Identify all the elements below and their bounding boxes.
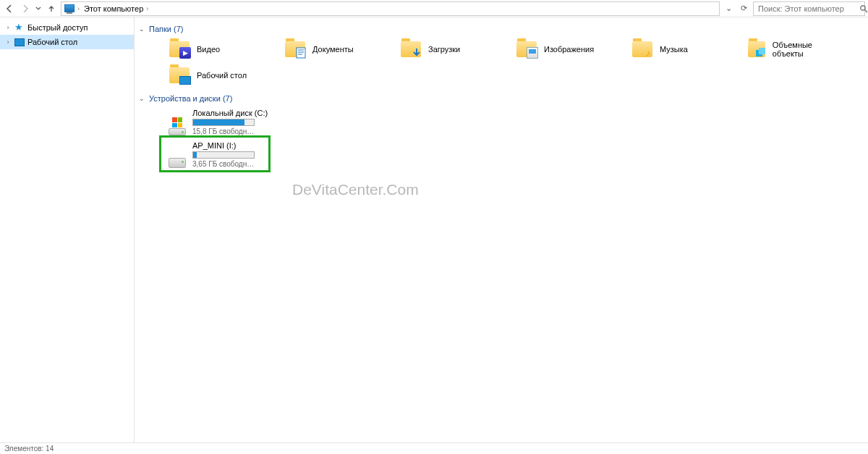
chevron-right-icon[interactable]: › [4, 38, 12, 46]
folder-icon: ♪ [632, 41, 652, 57]
section-header-drives[interactable]: ⌄ Устройства и диски (7) [139, 94, 862, 103]
drive-name: AP_MINI (I:) [192, 141, 271, 150]
folder-icon [748, 41, 765, 57]
folder-label: Видео [197, 45, 220, 54]
refresh-button[interactable]: ⟳ [737, 4, 750, 13]
folder-item-3d-objects[interactable]: Объемные объекты [719, 36, 835, 62]
forward-button[interactable] [19, 2, 32, 15]
address-bar: › Этот компьютер › ⌄ ⟳ [0, 0, 868, 17]
folder-icon [401, 41, 421, 57]
status-item-count: Элементов: 14 [4, 445, 54, 453]
section-title: Устройства и диски (7) [149, 94, 232, 103]
navigation-pane: › ★ Быстрый доступ › Рабочий стол [0, 17, 135, 442]
desktop-icon [14, 38, 25, 46]
watermark-text: DeVitaCenter.Com [292, 181, 419, 198]
search-input[interactable] [757, 4, 859, 14]
image-icon [527, 47, 538, 59]
section-header-folders[interactable]: ⌄ Папки (7) [139, 25, 862, 33]
folder-item-downloads[interactable]: Загрузки [372, 36, 488, 62]
drive-item-c[interactable]: Локальный диск (C:) 15,8 ГБ свободно из … [163, 106, 273, 138]
folder-label: Объемные объекты [773, 41, 835, 58]
breadcrumb-label: Этот компьютер [84, 4, 143, 13]
folder-label: Музыка [660, 45, 688, 54]
folders-grid: ▶ Видео Документы [140, 36, 862, 88]
folder-icon [285, 41, 305, 57]
folder-label: Изображения [544, 45, 594, 54]
folder-label: Рабочий стол [197, 71, 247, 80]
chevron-right-icon: › [146, 5, 148, 12]
folder-item-documents[interactable]: Документы [256, 36, 372, 62]
recent-locations-dropdown[interactable] [35, 2, 42, 15]
drive-icon [168, 141, 187, 168]
this-pc-icon [64, 4, 75, 12]
folder-label: Загрузки [428, 45, 460, 54]
search-box[interactable] [753, 1, 865, 16]
folder-item-music[interactable]: ♪ Музыка [603, 36, 719, 62]
breadcrumb-root[interactable]: › [64, 4, 80, 12]
download-icon [411, 47, 422, 59]
sidebar-item-label: Быстрый доступ [27, 23, 88, 32]
document-icon [295, 47, 307, 59]
chevron-down-icon: ⌄ [139, 25, 146, 33]
breadcrumb-this-pc[interactable]: Этот компьютер › [84, 4, 148, 13]
search-icon [859, 4, 868, 13]
drive-icon [168, 109, 187, 135]
windows-icon [172, 117, 182, 127]
star-icon: ★ [14, 22, 25, 33]
back-button[interactable] [3, 2, 16, 15]
chevron-right-icon: › [77, 5, 80, 12]
sidebar-item-quick-access[interactable]: › ★ Быстрый доступ [0, 20, 134, 35]
svg-point-0 [861, 5, 865, 9]
sidebar-item-desktop[interactable]: › Рабочий стол [0, 35, 134, 49]
drive-free-text: 15,8 ГБ свободно из 11… [192, 127, 258, 135]
drive-name: Локальный диск (C:) [192, 109, 271, 117]
svg-rect-1 [297, 48, 305, 58]
address-history-dropdown[interactable]: ⌄ [723, 4, 734, 13]
desktop-icon [179, 76, 191, 85]
folder-item-videos[interactable]: ▶ Видео [140, 36, 256, 62]
folder-icon: ▶ [169, 41, 190, 57]
folder-item-pictures[interactable]: Изображения [488, 36, 603, 62]
chevron-right-icon[interactable]: › [4, 24, 12, 31]
sidebar-item-label: Рабочий стол [27, 38, 77, 46]
status-bar: Элементов: 14 [0, 442, 868, 454]
folder-icon [516, 41, 537, 57]
folder-icon [169, 67, 190, 83]
music-icon: ♪ [642, 47, 654, 59]
folder-label: Документы [312, 45, 354, 54]
video-icon: ▶ [179, 47, 191, 59]
drive-item-apmini[interactable]: AP_MINI (I:) 3,65 ГБ свободно из 3,… [163, 138, 273, 171]
section-title: Папки (7) [149, 25, 183, 33]
cube-icon [755, 47, 767, 59]
breadcrumb[interactable]: › Этот компьютер › [61, 1, 720, 16]
drive-free-text: 3,65 ГБ свободно из 3,… [192, 160, 258, 168]
content-pane: ⌄ Папки (7) ▶ Видео Документы [135, 17, 868, 442]
folder-item-desktop[interactable]: Рабочий стол [140, 62, 256, 88]
drive-usage-bar [192, 151, 255, 159]
up-button[interactable] [45, 2, 58, 15]
drive-usage-bar [192, 119, 255, 126]
chevron-down-icon: ⌄ [139, 95, 146, 102]
